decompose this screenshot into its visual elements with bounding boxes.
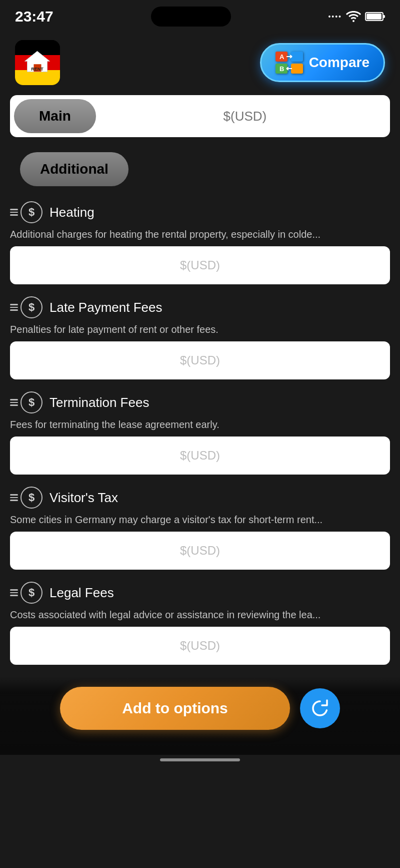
dollar-circle-termination: $ bbox=[20, 391, 42, 413]
add-to-options-button[interactable]: Add to options bbox=[60, 687, 290, 730]
app-logo: RENT bbox=[15, 40, 60, 85]
lines-icon bbox=[10, 589, 18, 596]
fee-input-late-payment[interactable] bbox=[11, 342, 389, 378]
fee-input-heating[interactable] bbox=[11, 247, 389, 283]
wifi-icon bbox=[346, 11, 361, 22]
fee-item-late-payment: $ Late Payment Fees Penalties for late p… bbox=[10, 296, 390, 379]
fee-item-visitors-tax: $ Visitor's Tax Some cities in Germany m… bbox=[10, 487, 390, 570]
fee-header-termination: $ Termination Fees bbox=[10, 391, 390, 413]
dollar-circle-heating: $ bbox=[20, 201, 42, 223]
status-icons: •••• bbox=[328, 11, 385, 22]
home-bar bbox=[160, 758, 240, 761]
fee-header-heating: $ Heating bbox=[10, 201, 390, 223]
fee-header-legal-fees: $ Legal Fees bbox=[10, 582, 390, 604]
fee-title-termination: Termination Fees bbox=[50, 395, 149, 410]
svg-rect-2 bbox=[383, 15, 385, 18]
fee-input-visitors-tax[interactable] bbox=[11, 533, 389, 569]
lines-icon bbox=[10, 209, 18, 216]
fee-input-wrap-legal-fees bbox=[10, 627, 390, 665]
compare-button[interactable]: A B Compare bbox=[260, 43, 385, 82]
main-tab[interactable]: Main bbox=[14, 99, 96, 133]
dollar-circle-visitors-tax: $ bbox=[20, 487, 42, 509]
app-header: RENT A B Compare bbox=[0, 30, 400, 95]
main-usd-input[interactable] bbox=[100, 99, 390, 134]
fee-icon-late-payment: $ bbox=[10, 296, 42, 318]
fee-header-late-payment: $ Late Payment Fees bbox=[10, 296, 390, 318]
compare-arrows-icon: A B bbox=[276, 52, 303, 74]
additional-section: Additional $ Heating Additional charges … bbox=[0, 147, 400, 665]
fee-title-visitors-tax: Visitor's Tax bbox=[50, 490, 118, 506]
dollar-circle-legal-fees: $ bbox=[20, 582, 42, 604]
fee-icon-heating: $ bbox=[10, 201, 42, 223]
fee-input-wrap-late-payment bbox=[10, 341, 390, 379]
fee-input-legal-fees[interactable] bbox=[11, 628, 389, 664]
main-tab-label: Main bbox=[39, 108, 71, 124]
fee-icon-termination: $ bbox=[10, 391, 42, 413]
status-time: 23:47 bbox=[15, 8, 54, 25]
lines-icon bbox=[10, 494, 18, 501]
fee-input-wrap-heating bbox=[10, 246, 390, 284]
fee-input-wrap-visitors-tax bbox=[10, 532, 390, 570]
fee-item-termination: $ Termination Fees Fees for terminating … bbox=[10, 391, 390, 475]
fee-input-termination[interactable] bbox=[11, 438, 389, 474]
svg-rect-1 bbox=[366, 14, 382, 20]
fee-title-late-payment: Late Payment Fees bbox=[50, 300, 162, 315]
signal-dots-icon: •••• bbox=[328, 13, 342, 21]
svg-rect-9 bbox=[291, 64, 303, 74]
additional-tab-label: Additional bbox=[40, 161, 108, 177]
fee-icon-legal-fees: $ bbox=[10, 582, 42, 604]
svg-rect-8 bbox=[291, 52, 303, 62]
fee-item-legal-fees: $ Legal Fees Costs associated with legal… bbox=[10, 582, 390, 665]
battery-icon bbox=[365, 11, 385, 22]
lines-icon bbox=[10, 304, 18, 311]
additional-tab[interactable]: Additional bbox=[20, 152, 128, 186]
fee-title-legal-fees: Legal Fees bbox=[50, 585, 114, 601]
bottom-bar: Add to options bbox=[0, 677, 400, 755]
fee-description-legal-fees: Costs associated with legal advice or as… bbox=[10, 608, 390, 622]
compare-label: Compare bbox=[309, 55, 370, 71]
lines-icon bbox=[10, 399, 18, 406]
refresh-icon bbox=[310, 698, 330, 718]
fee-item-heating: $ Heating Additional charges for heating… bbox=[10, 201, 390, 284]
status-bar: 23:47 •••• bbox=[0, 0, 400, 30]
fee-icon-visitors-tax: $ bbox=[10, 487, 42, 509]
svg-text:A: A bbox=[280, 53, 284, 61]
fee-description-late-payment: Penalties for late payment of rent or ot… bbox=[10, 322, 390, 336]
fee-items-container: $ Heating Additional charges for heating… bbox=[0, 201, 400, 665]
home-indicator bbox=[0, 755, 400, 770]
svg-text:RENT: RENT bbox=[31, 67, 44, 72]
svg-text:B: B bbox=[280, 65, 284, 73]
dynamic-island bbox=[151, 7, 231, 27]
fee-header-visitors-tax: $ Visitor's Tax bbox=[10, 487, 390, 509]
refresh-button[interactable] bbox=[300, 688, 340, 728]
fee-description-termination: Fees for terminating the lease agreement… bbox=[10, 417, 390, 431]
fee-title-heating: Heating bbox=[50, 205, 94, 220]
fee-description-visitors-tax: Some cities in Germany may charge a visi… bbox=[10, 513, 390, 527]
add-to-options-label: Add to options bbox=[122, 700, 228, 716]
main-section: Main bbox=[10, 95, 390, 137]
fee-description-heating: Additional charges for heating the renta… bbox=[10, 227, 390, 241]
dollar-circle-late-payment: $ bbox=[20, 296, 42, 318]
fee-input-wrap-termination bbox=[10, 437, 390, 475]
